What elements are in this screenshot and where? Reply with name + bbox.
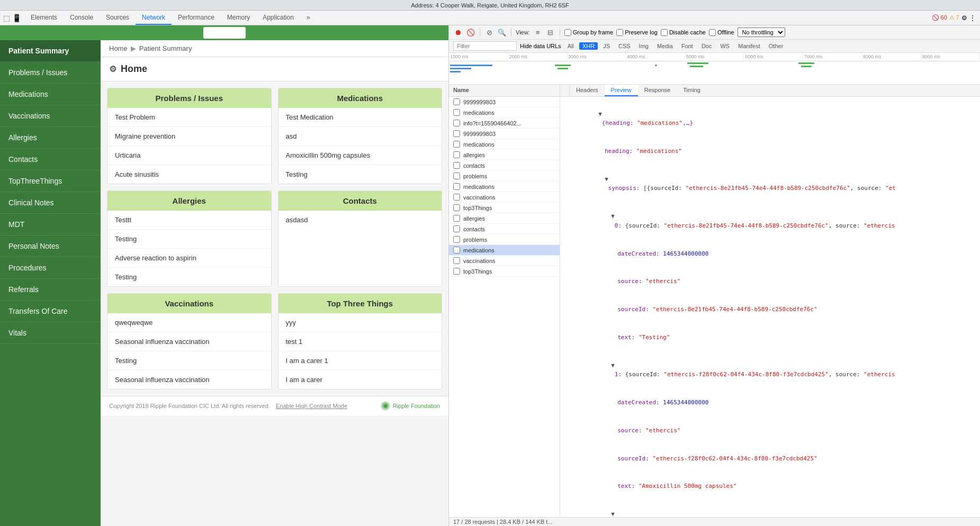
filter-font[interactable]: Font [678, 42, 696, 50]
sidebar-item-problems-issues[interactable]: Problems / Issues [0, 62, 101, 84]
row-checkbox[interactable] [453, 268, 460, 275]
row-checkbox[interactable] [453, 173, 460, 179]
list-item[interactable]: Migraine prevention [107, 127, 271, 146]
sidebar-item-top-three-things[interactable]: TopThreeThings [0, 170, 101, 192]
filter-button[interactable]: ⊘ [484, 28, 494, 37]
row-checkbox[interactable] [453, 247, 460, 253]
row-checkbox[interactable] [453, 236, 460, 243]
device-icon[interactable]: 📱 [12, 14, 21, 22]
filter-manifest[interactable]: Manifest [735, 42, 763, 50]
tab-elements[interactable]: Elements [24, 11, 64, 25]
network-row[interactable]: medications [449, 182, 560, 192]
sidebar-item-clinical-notes[interactable]: Clinical Notes [0, 192, 101, 214]
row-checkbox[interactable] [453, 204, 460, 211]
record-button[interactable]: ⏺ [453, 28, 463, 37]
list-item[interactable]: Testing [107, 351, 271, 370]
row-checkbox[interactable] [453, 257, 460, 264]
network-row[interactable]: medications [449, 107, 560, 118]
sidebar-item-medications[interactable]: Medications [0, 84, 101, 105]
network-row-selected[interactable]: medications [449, 245, 560, 256]
filter-ws[interactable]: WS [717, 42, 733, 50]
large-rows-button[interactable]: ⊟ [546, 28, 555, 37]
tab-performance[interactable]: Performance [172, 11, 221, 25]
filter-input[interactable] [453, 41, 517, 51]
row-checkbox[interactable] [453, 151, 460, 158]
list-item[interactable]: Urticaria [107, 146, 271, 165]
filter-xhr[interactable]: XHR [579, 42, 598, 50]
list-item[interactable]: yyy [278, 313, 442, 332]
throttle-select[interactable]: No throttling Fast 3G Slow 3G [738, 28, 785, 37]
subtab-timing[interactable]: Timing [677, 85, 707, 96]
list-item[interactable]: I am a carer 1 [278, 351, 442, 370]
list-item[interactable]: Test Medication [278, 108, 442, 127]
list-item[interactable]: Testing [107, 230, 271, 249]
row-checkbox[interactable] [453, 141, 460, 148]
high-contrast-link[interactable]: Enable High Contrast Mode [276, 403, 347, 409]
more-icon[interactable]: ⋮ [969, 14, 976, 22]
subtab-response[interactable]: Response [638, 85, 677, 96]
subtab-headers[interactable]: Headers [570, 85, 605, 96]
network-row[interactable]: allergies [449, 213, 560, 224]
row-checkbox[interactable] [453, 130, 460, 137]
network-row[interactable]: allergies [449, 150, 560, 160]
row-checkbox[interactable] [453, 194, 460, 201]
sidebar-item-patient-summary[interactable]: Patient Summary [0, 40, 101, 62]
row-checkbox[interactable] [453, 98, 460, 105]
network-row[interactable]: top3Things [449, 266, 560, 277]
list-item[interactable]: Amoxicillin 500mg capsules [278, 146, 442, 165]
network-row[interactable]: 9999999803 [449, 97, 560, 107]
network-row[interactable]: info?t=15590466402... [449, 118, 560, 129]
settings-icon[interactable]: ⚙ [961, 14, 967, 22]
network-row[interactable]: contacts [449, 224, 560, 234]
network-row[interactable]: top3Things [449, 203, 560, 213]
network-row[interactable]: contacts [449, 160, 560, 171]
list-item[interactable]: Acute sinusitis [107, 165, 271, 184]
row-checkbox[interactable] [453, 162, 460, 169]
filter-doc[interactable]: Doc [698, 42, 715, 50]
list-item[interactable]: Testtt [107, 211, 271, 230]
network-row[interactable]: vaccinations [449, 256, 560, 266]
settings-icon[interactable]: ⚙ [109, 64, 116, 74]
filter-img[interactable]: Img [636, 42, 652, 50]
filter-js[interactable]: JS [600, 42, 613, 50]
filter-other[interactable]: Other [766, 42, 787, 50]
row-checkbox[interactable] [453, 183, 460, 190]
tab-more[interactable]: » [300, 11, 317, 25]
network-row[interactable]: problems [449, 234, 560, 245]
search-button[interactable]: 🔍 [497, 28, 507, 37]
list-item[interactable]: asd [278, 127, 442, 146]
tab-application[interactable]: Application [256, 11, 300, 25]
sidebar-item-contacts[interactable]: Contacts [0, 149, 101, 170]
list-item[interactable]: Adverse reaction to aspirin [107, 249, 271, 268]
sidebar-item-vaccinations[interactable]: Vaccinations [0, 105, 101, 127]
tab-sources[interactable]: Sources [100, 11, 136, 25]
preserve-log-checkbox[interactable] [616, 29, 623, 36]
list-item[interactable]: test 1 [278, 332, 442, 351]
sidebar-item-personal-notes[interactable]: Personal Notes [0, 235, 101, 257]
network-row[interactable]: 9999999803 [449, 129, 560, 139]
clear-button[interactable]: 🚫 [466, 28, 475, 37]
list-item[interactable]: Testing [107, 268, 271, 286]
list-view-button[interactable]: ≡ [533, 28, 543, 37]
list-item[interactable]: I am a carer [278, 370, 442, 389]
inspect-icon[interactable]: ⬚ [3, 14, 10, 22]
list-item[interactable]: qweqweqwe [107, 313, 271, 332]
sidebar-item-vitals[interactable]: Vitals [0, 322, 101, 344]
breadcrumb-home[interactable]: Home [109, 44, 128, 52]
sidebar-item-mdt[interactable]: MDT [0, 214, 101, 235]
list-item[interactable]: Seasonal influenza vaccination [107, 332, 271, 351]
row-checkbox[interactable] [453, 109, 460, 116]
list-item[interactable]: Testing [278, 165, 442, 184]
list-item[interactable]: Seasonal influenza vaccination [107, 370, 271, 389]
disable-cache-checkbox[interactable] [661, 29, 668, 36]
tab-memory[interactable]: Memory [221, 11, 256, 25]
group-by-frame-checkbox[interactable] [564, 29, 571, 36]
network-row[interactable]: vaccinations [449, 192, 560, 203]
filter-css[interactable]: CSS [615, 42, 634, 50]
tab-network[interactable]: Network [136, 11, 172, 25]
list-item[interactable]: asdasd [278, 211, 442, 229]
sidebar-item-referrals[interactable]: Referrals [0, 279, 101, 301]
tab-console[interactable]: Console [64, 11, 100, 25]
network-row[interactable]: medications [449, 139, 560, 150]
offline-checkbox[interactable] [709, 29, 716, 36]
